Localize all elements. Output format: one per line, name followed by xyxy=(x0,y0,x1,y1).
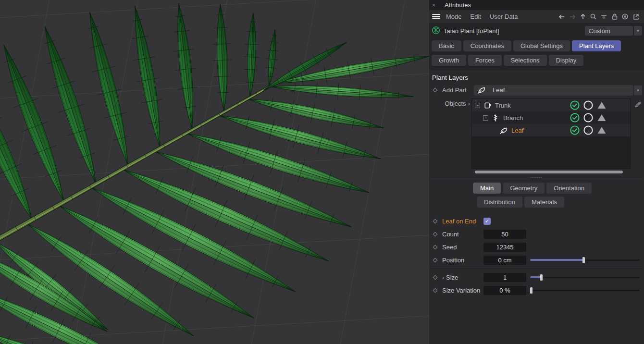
param-label: Position xyxy=(442,257,483,264)
menu-user-data[interactable]: User Data xyxy=(490,13,518,20)
triangle-icon[interactable] xyxy=(596,113,607,123)
tab-forces[interactable]: Forces xyxy=(468,55,502,66)
node-state-icons xyxy=(570,125,607,135)
up-icon[interactable] xyxy=(578,12,587,21)
diamond-icon xyxy=(433,275,438,280)
menu-mode[interactable]: Mode xyxy=(446,13,462,20)
tab-plant-layers[interactable]: Plant Layers xyxy=(572,40,621,51)
preset-dropdown[interactable]: Custom xyxy=(585,26,633,36)
tab-selections[interactable]: Selections xyxy=(504,55,547,66)
tree-row-trunk[interactable]: −Trunk xyxy=(472,99,630,111)
panel-menubar: Mode Edit User Data xyxy=(429,10,644,24)
group-separator xyxy=(430,268,643,269)
tree-node-label[interactable]: Leaf xyxy=(511,127,570,134)
subtab-main[interactable]: Main xyxy=(473,183,501,194)
check-circle-icon[interactable] xyxy=(570,112,580,123)
panel-title: Attributes xyxy=(445,1,471,9)
slider-handle[interactable] xyxy=(540,274,543,281)
tab-display[interactable]: Display xyxy=(549,55,584,66)
open-external-icon[interactable] xyxy=(631,12,640,21)
param-label: Leaf on End xyxy=(442,218,483,225)
param-label: Count xyxy=(442,231,483,238)
circle-icon[interactable] xyxy=(583,125,594,135)
chevron-right-icon[interactable]: › xyxy=(468,100,470,107)
tab-basic[interactable]: Basic xyxy=(432,40,461,51)
target-icon[interactable] xyxy=(620,12,630,21)
value-input[interactable] xyxy=(483,273,526,282)
preset-value: Custom xyxy=(589,27,610,35)
diamond-icon xyxy=(433,219,438,223)
add-part-value: Leaf xyxy=(493,86,505,94)
expander-icon[interactable]: − xyxy=(483,115,488,121)
circle-icon[interactable] xyxy=(583,112,594,123)
panel-filler xyxy=(429,297,644,344)
slider-handle[interactable] xyxy=(582,257,585,263)
back-icon[interactable] xyxy=(557,12,566,21)
tab-global-settings[interactable]: Global Settings xyxy=(513,40,570,51)
tree-row-leaf[interactable]: −Leaf xyxy=(472,124,630,136)
param-row-count: Count xyxy=(429,228,644,240)
add-part-dropdown-arrow[interactable]: ▾ xyxy=(634,86,642,95)
add-part-dropdown[interactable]: Leaf xyxy=(474,85,633,96)
leaf-icon xyxy=(477,86,486,95)
filter-icon[interactable] xyxy=(599,12,608,21)
plant-3d-model xyxy=(0,0,429,344)
search-icon[interactable] xyxy=(589,12,598,21)
slider[interactable] xyxy=(530,274,640,281)
preset-dropdown-arrow[interactable]: ▾ xyxy=(634,26,642,36)
value-input[interactable] xyxy=(483,243,526,252)
param-label: Seed xyxy=(442,244,483,251)
tab-coordinates[interactable]: Coordinates xyxy=(463,40,511,51)
param-row-size-variation: Size Variation xyxy=(429,284,644,296)
eyedropper-icon[interactable] xyxy=(634,100,642,110)
subtab-geometry[interactable]: Geometry xyxy=(503,183,545,194)
forward-icon[interactable] xyxy=(568,12,577,21)
nav-icon-group xyxy=(557,12,640,21)
param-row-position: Position xyxy=(429,254,644,266)
param-row-leaf-on-end: Leaf on End✓ xyxy=(429,215,644,227)
param-label: ›Size xyxy=(442,274,483,281)
slider[interactable] xyxy=(530,257,640,263)
tree-node-label[interactable]: Branch xyxy=(503,114,570,122)
leaf-icon xyxy=(499,126,508,135)
diamond-icon xyxy=(433,258,438,262)
plant-layers-tree: −Trunk−Branch−Leaf xyxy=(471,98,631,169)
circle-icon[interactable] xyxy=(583,100,594,111)
slider-handle[interactable] xyxy=(530,287,533,294)
subtab-materials[interactable]: Materials xyxy=(524,197,564,208)
subtab-distribution[interactable]: Distribution xyxy=(477,197,522,208)
diamond-icon xyxy=(433,232,438,236)
param-row-size: ›Size xyxy=(429,271,644,283)
lock-icon[interactable] xyxy=(610,12,619,21)
tree-node-label[interactable]: Trunk xyxy=(495,102,570,109)
expander-icon[interactable]: − xyxy=(475,103,480,108)
check-circle-icon[interactable] xyxy=(570,100,580,111)
diamond-icon xyxy=(433,245,438,249)
splitter-handle[interactable]: ...... xyxy=(430,174,643,179)
subtab-orientation[interactable]: Orientation xyxy=(546,183,592,194)
tree-row-branch[interactable]: −Branch xyxy=(472,111,630,124)
slider[interactable] xyxy=(530,287,640,294)
value-input[interactable] xyxy=(483,256,526,265)
3d-viewport[interactable] xyxy=(0,0,429,344)
objects-row: Objects› −Trunk−Branch−Leaf xyxy=(429,98,644,169)
close-icon[interactable]: × xyxy=(432,2,443,9)
diamond-icon xyxy=(433,288,438,293)
objects-label: Objects xyxy=(445,100,466,107)
menu-edit[interactable]: Edit xyxy=(471,13,481,20)
triangle-icon[interactable] xyxy=(596,100,607,110)
expand-chevron-icon[interactable]: › xyxy=(442,274,444,281)
triangle-icon[interactable] xyxy=(596,125,607,135)
tab-growth[interactable]: Growth xyxy=(432,55,466,66)
panel-titlebar: × Attributes xyxy=(429,0,644,10)
value-input[interactable] xyxy=(483,230,526,239)
checkbox[interactable]: ✓ xyxy=(483,218,491,225)
check-circle-icon[interactable] xyxy=(570,125,580,135)
scrollbar-thumb[interactable] xyxy=(475,171,623,173)
horizontal-scrollbar[interactable] xyxy=(475,171,631,173)
hamburger-icon[interactable] xyxy=(432,14,440,20)
value-input[interactable] xyxy=(483,286,526,295)
object-header: Taiao Plant [toPlant] Custom ▾ xyxy=(429,24,644,38)
section-title: Plant Layers xyxy=(429,70,644,85)
param-row-seed: Seed xyxy=(429,241,644,253)
